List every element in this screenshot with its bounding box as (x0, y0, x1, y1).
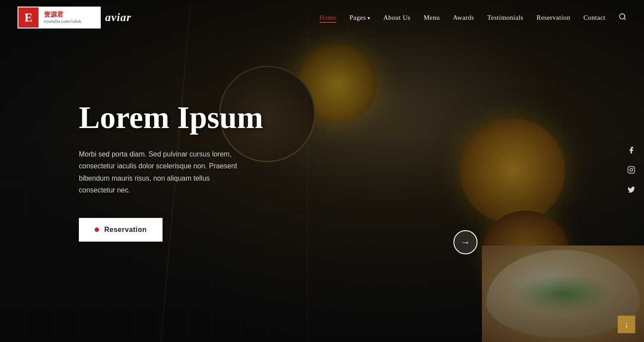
scroll-indicator[interactable]: ↓ (618, 316, 635, 333)
brand-name: aviar (105, 11, 131, 24)
nav-item-testimonials[interactable]: Testimonials (487, 14, 523, 21)
nav-item-about[interactable]: About Us (383, 14, 410, 21)
svg-line-1 (624, 18, 625, 19)
scroll-down-icon: ↓ (625, 320, 629, 329)
nav-link-home[interactable]: Home (319, 14, 336, 23)
logo-letter: E (18, 7, 39, 28)
nav-link-menu[interactable]: Menu (424, 14, 440, 21)
nav-link-about[interactable]: About Us (383, 14, 410, 21)
nav-item-menu[interactable]: Menu (424, 14, 440, 21)
svg-point-4 (633, 167, 633, 168)
nav-link-pages[interactable]: Pages (350, 14, 370, 21)
nav-item-pages[interactable]: Pages (350, 14, 370, 21)
reservation-button[interactable]: Reservation (79, 218, 163, 242)
nav-link-reservation[interactable]: Reservation (537, 14, 570, 21)
logo-url: eyunzhu.com/vdisk (44, 18, 96, 24)
svg-rect-2 (628, 167, 635, 173)
nav-search[interactable] (619, 13, 626, 23)
nav-link-awards[interactable]: Awards (453, 14, 474, 21)
logo-chinese: 资源君 (44, 11, 96, 18)
arrow-right-icon: → (461, 238, 471, 247)
logo-area: E 资源君 eyunzhu.com/vdisk aviar (18, 7, 131, 28)
cta-label: Reservation (104, 226, 147, 234)
hero-content: Lorem Ipsum Morbi sed porta diam. Sed pu… (79, 100, 263, 242)
cta-dot-icon (95, 228, 99, 232)
social-bar (627, 146, 635, 196)
nav-link-testimonials[interactable]: Testimonials (487, 14, 523, 21)
nav-item-contact[interactable]: Contact (584, 14, 605, 21)
twitter-icon[interactable] (627, 186, 635, 196)
svg-point-0 (619, 14, 625, 19)
hero-title: Lorem Ipsum (79, 100, 263, 135)
logo-text-block: 资源君 eyunzhu.com/vdisk (39, 7, 101, 28)
nav-item-reservation[interactable]: Reservation (537, 14, 570, 21)
navbar: E 资源君 eyunzhu.com/vdisk aviar Home Pages… (0, 0, 644, 35)
hero-description: Morbi sed porta diam. Sed pulvinar cursu… (79, 148, 245, 196)
nav-links: Home Pages About Us Menu Awards Testimon… (319, 13, 626, 23)
next-slide-button[interactable]: → (453, 230, 478, 254)
svg-point-3 (630, 169, 633, 171)
facebook-icon[interactable] (627, 146, 635, 157)
nav-link-contact[interactable]: Contact (584, 14, 605, 21)
search-button[interactable] (619, 13, 626, 23)
instagram-icon[interactable] (627, 166, 635, 176)
nav-item-awards[interactable]: Awards (453, 14, 474, 21)
nav-item-home[interactable]: Home (319, 14, 336, 21)
